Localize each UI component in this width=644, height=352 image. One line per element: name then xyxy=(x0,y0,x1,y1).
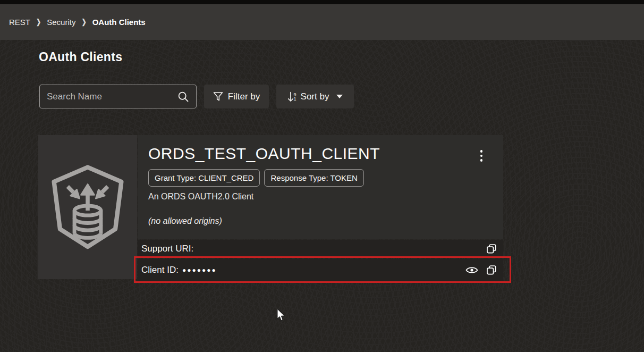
copy-support-uri-button[interactable] xyxy=(486,244,497,254)
filter-by-label: Filter by xyxy=(228,91,260,102)
copy-client-id-button[interactable] xyxy=(486,265,497,275)
eye-icon xyxy=(465,265,478,275)
mouse-cursor-icon xyxy=(277,309,285,321)
breadcrumb-item-security[interactable]: Security xyxy=(47,18,75,27)
filter-by-button[interactable]: Filter by xyxy=(204,85,269,108)
breadcrumb-item-oauth-clients: OAuth Clients xyxy=(92,18,146,27)
oauth-client-card: ORDS_TEST_OAUTH_CLIENT Grant Type: CLIEN… xyxy=(138,135,503,239)
kebab-dot xyxy=(480,159,483,162)
grant-type-badge: Grant Type: CLIENT_CRED xyxy=(148,169,260,187)
shield-database-icon xyxy=(47,165,128,250)
client-name: ORDS_TEST_OAUTH_CLIENT xyxy=(148,145,380,163)
ords-oauth-clients-screen: REST Security OAuth Clients OAuth Client… xyxy=(0,0,644,352)
search-input[interactable] xyxy=(47,91,173,102)
chevron-right-icon xyxy=(36,18,41,26)
funnel-icon xyxy=(213,91,223,102)
kebab-dot xyxy=(480,150,483,153)
copy-icon xyxy=(486,244,497,254)
sort-by-label: Sort by xyxy=(301,91,329,102)
copy-icon xyxy=(486,265,497,275)
search-name-box xyxy=(39,85,197,108)
support-uri-row: Support URI: xyxy=(138,240,503,257)
allowed-origins-note: (no allowed origins) xyxy=(148,216,222,226)
support-uri-label: Support URI: xyxy=(141,244,193,254)
breadcrumb: REST Security OAuth Clients xyxy=(0,4,644,40)
client-badges: Grant Type: CLIENT_CRED Response Type: T… xyxy=(148,169,364,187)
sort-icon-bottom-digit: 1 xyxy=(294,97,296,101)
caret-down-icon xyxy=(336,95,343,98)
client-description: An ORDS OAUTH2.0 Client xyxy=(148,192,253,202)
page-title: OAuth Clients xyxy=(39,50,122,64)
chevron-right-icon xyxy=(81,18,86,26)
search-icon[interactable] xyxy=(177,91,189,103)
client-id-masked-value: ●●●●●●● xyxy=(182,266,217,274)
card-menu-kebab-button[interactable] xyxy=(476,148,487,164)
sort-numeric-desc-icon: 9 1 xyxy=(287,91,296,103)
client-card-icon-tile xyxy=(38,135,137,279)
window-top-strip xyxy=(0,0,644,4)
client-id-row: Client ID: ●●●●●●● xyxy=(138,259,503,281)
sort-by-button[interactable]: 9 1 Sort by xyxy=(276,85,354,108)
breadcrumb-item-rest[interactable]: REST xyxy=(9,18,30,27)
response-type-badge: Response Type: TOKEN xyxy=(264,169,363,187)
kebab-dot xyxy=(480,155,483,157)
client-id-label: Client ID: xyxy=(141,265,179,275)
reveal-client-id-button[interactable] xyxy=(465,265,478,275)
